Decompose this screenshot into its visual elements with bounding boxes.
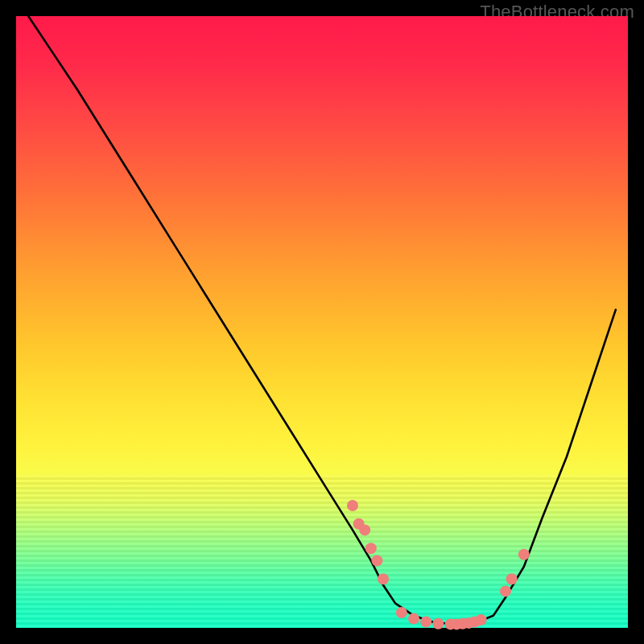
- data-marker: [408, 613, 419, 625]
- data-marker: [500, 585, 511, 597]
- data-marker: [359, 524, 370, 535]
- data-marker: [378, 573, 389, 584]
- data-marker: [396, 607, 407, 618]
- chart-frame: TheBottleneck.com: [0, 0, 644, 644]
- data-marker: [506, 573, 518, 584]
- bottleneck-curve: [28, 16, 616, 625]
- data-marker: [420, 616, 431, 627]
- plot-area: [16, 16, 628, 628]
- data-marker: [432, 618, 444, 630]
- data-marker: [371, 555, 382, 566]
- data-marker: [347, 500, 358, 511]
- curve-layer: [16, 16, 628, 628]
- marker-group: [347, 500, 530, 630]
- data-marker: [365, 543, 377, 554]
- data-marker: [476, 614, 487, 625]
- data-marker: [518, 549, 530, 560]
